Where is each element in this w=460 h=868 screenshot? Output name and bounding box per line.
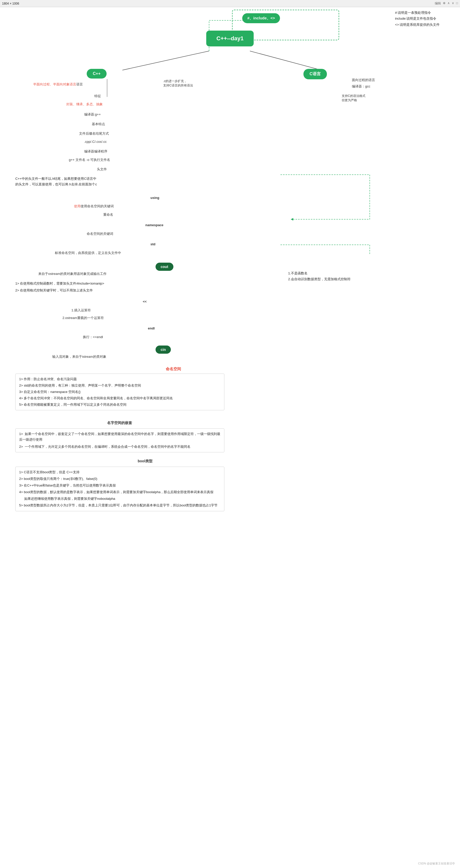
top-bar: 1804 × 1006 编辑 ⊕ ∧ ∨ □: [0, 0, 460, 7]
cout-right-annotations: 1.不是函数名 2.会自动识别数据类型，无需加格式控制符: [288, 270, 350, 282]
file-suffix-label: 文件后缀名结尾方式: [79, 131, 109, 136]
central-node: C++--day1: [206, 31, 254, 46]
header-desc: C++中的头文件一般不以.h结尾，如果想要使用C语言中 的头文件，可以直接使用，…: [15, 176, 97, 187]
std-label: std: [150, 242, 156, 246]
watermark: CSDN @赵敏童王创造童话夺: [418, 862, 455, 865]
ns-item-1: 1> 作用：防止命名冲突、命名污染问题: [19, 376, 221, 382]
cout-note2: 2> 在使用格式控制关键字时，可以不用加上述头文件: [15, 287, 104, 293]
endl-label: endl: [148, 327, 155, 330]
namespace-keyword-label: 命名空间的关键词: [87, 231, 113, 236]
cout-right2: 2.会自动识别数据类型，无需加格式控制符: [288, 276, 350, 282]
feature-label: 特征: [94, 94, 101, 98]
lshift-desc2: 2.ostream重载的一个运算符: [62, 316, 104, 320]
cpp-desc: 半面向过程、半面向对象语言语言: [33, 82, 83, 87]
endl-desc: 换行：<<endl: [83, 335, 103, 339]
bool-content: 1> C语言不支持bool类型，但是 C++支持 2> bool类型的取值只有两…: [15, 467, 224, 511]
cout-note1: 1> 在使用格式控制函数时，需要加头文件#include<iomanip>: [15, 280, 104, 286]
top-bar-controls: 编辑 ⊕ ∧ ∨ □: [435, 1, 458, 6]
basic-features-label: 基本特点: [92, 122, 105, 126]
ann-line-3: <>:说明是系统库提供的头文件: [395, 22, 439, 28]
c-desc1: 面向过程的语言: [352, 78, 375, 82]
top-bar-dimensions: 1804 × 1006: [2, 2, 19, 5]
naming-space-content: 1> 作用：防止命名冲突、命名污染问题 2> std的命名空间的使用，有三种：独…: [15, 374, 224, 410]
ann-line-1: #:说明是一条预处理指令: [395, 10, 439, 16]
cin-node: cin: [156, 345, 171, 354]
rename-label: 重命名: [103, 212, 113, 217]
cout-node: cout: [156, 262, 174, 271]
compile-program-label: 编译器编译程序: [84, 149, 108, 154]
cin-desc: 输入流对象，来自于istream的类对象: [52, 354, 106, 359]
ns-item-3: 3> 自定义命名空间：namespace 空间名{}: [19, 389, 221, 395]
compile-cmd: g++ 文件名 -o 可执行文件名: [69, 158, 110, 162]
file-suffix-value: .cpp/.C/.cxx/.cc: [84, 140, 106, 144]
annotation-box: #:说明是一条预处理指令 include:说明是文件包含指令 <>:说明是系统库…: [395, 10, 439, 28]
lshift-desc1: 1.插入运算符: [71, 308, 91, 313]
bool-item-2: 2> bool类型的取值只有两个：true(非0数字)、false(0): [19, 476, 221, 482]
bool-item-5: 5> bool类型数据所占内存大小为1字节，但是，本质上只需要1位即可，由于内存…: [19, 503, 221, 508]
nested-ns-item-1: 1> 如果一个命名空间中，嵌套定义了一个命名空间，如果想要使用最深的命名空间中的…: [19, 431, 221, 442]
bool-item-1: 1> C语言不支持bool类型，但是 C++支持: [19, 469, 221, 475]
bool-item-3: 3> 在C++中true和false也是关键字，当然也可以使用数字表示真假: [19, 483, 221, 488]
nested-ns-item-2: 2> 一个作用域下，允许定义多个同名的命名空间，在编译时，系统会合成一个命名空间…: [19, 444, 221, 450]
std-desc: 标准命名空间，由系统提供，定义在头文件中: [55, 251, 121, 255]
c-node: C语言: [303, 69, 327, 79]
icon-add[interactable]: ⊕: [443, 1, 446, 6]
using-label: using: [150, 196, 159, 200]
edit-label[interactable]: 编辑: [435, 1, 441, 6]
naming-space-heading: 命名空间: [166, 367, 181, 372]
ns-item-5: 5> 命名空间都能被重复定义，同一作用域下可以定义多个同名的命名空间: [19, 402, 221, 407]
cout-desc: 来自于ostream的类对象用该对象完成输出工作: [38, 272, 106, 276]
bool-item-4b: 如果还想继续使用数字表示真假，则需要加关键字noboolalpha: [19, 496, 221, 502]
bool-label: bool类型: [138, 459, 152, 464]
c-extend-desc: .c的进一步扩充，支持C语言的所有语法: [163, 79, 193, 88]
using-keyword-label: 使用使用命名空间的关键词: [74, 204, 114, 209]
header-label: 头文件: [97, 167, 107, 172]
compiler-label: 编译器:g++: [84, 112, 101, 117]
icon-window[interactable]: □: [456, 1, 458, 6]
c-desc2: 编译器：gcc: [352, 84, 370, 89]
ns-item-2: 2> std的命名空间的使用，有三种：独立使用、声明某一个名字、声明整个命名空间: [19, 383, 221, 389]
ann-line-2: include:说明是文件包含指令: [395, 16, 439, 22]
bool-item-4: 4> bool类型的数据，默认使用的是数字表示，如果想要使用单词表示，则需要加关…: [19, 489, 221, 495]
icon-down[interactable]: ∨: [452, 1, 454, 6]
c-grammar-support: 支持C的语法格式但更为严格: [342, 94, 365, 102]
cout-right1: 1.不是函数名: [288, 270, 350, 276]
namespace-label: namespace: [145, 223, 163, 227]
features-value: 封装、继承、多态、抽象: [66, 102, 103, 106]
icon-up[interactable]: ∧: [448, 1, 450, 6]
nested-ns-heading: 名字空间的嵌套: [107, 421, 132, 425]
lshift-label: <<: [143, 300, 147, 304]
nested-ns-content: 1> 如果一个命名空间中，嵌套定义了一个命名空间，如果想要使用最深的命名空间中的…: [15, 428, 224, 452]
cpp-node: C++: [87, 69, 106, 79]
cout-notes: 1> 在使用格式控制函数时，需要加头文件#include<iomanip> 2>…: [15, 280, 104, 293]
ns-item-4: 4> 多个命名空间冲突：不同命名空间的同名、命名空间和全局变量同名，命名空间中名…: [19, 396, 221, 401]
